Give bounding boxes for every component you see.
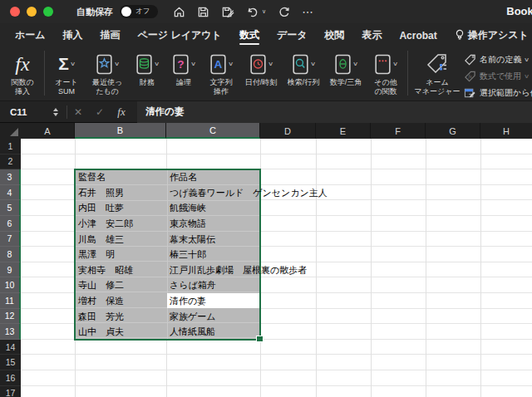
text-functions-button[interactable]: A ∨ 文字列 操作 xyxy=(202,47,240,96)
use-in-formula-button[interactable]: fx 数式で使用 ∨ xyxy=(464,70,532,82)
row-header-9[interactable]: 9 xyxy=(0,262,21,278)
row-header-14[interactable]: 14 xyxy=(0,340,21,355)
row-header-17[interactable]: 17 xyxy=(0,386,21,397)
column-header-h[interactable]: H xyxy=(480,123,532,139)
cell-c7[interactable]: 幕末太陽伝 xyxy=(170,232,215,248)
select-all-corner[interactable] xyxy=(0,123,21,139)
cancel-button[interactable]: ✕ xyxy=(67,106,89,118)
enter-button[interactable]: ✓ xyxy=(89,106,111,118)
cell-c6[interactable]: 東京物語 xyxy=(170,216,206,232)
column-header-b[interactable]: B xyxy=(75,123,166,139)
name-box[interactable]: C11 xyxy=(0,107,53,117)
row-header-5[interactable]: 5 xyxy=(0,200,21,216)
undo-dropdown-chevron[interactable]: ∨ xyxy=(262,8,266,15)
column-header-e[interactable]: E xyxy=(316,123,371,139)
cell-b4[interactable]: 石井 照男 xyxy=(78,185,124,201)
row-header-6[interactable]: 6 xyxy=(0,216,21,232)
row-header-12[interactable]: 12 xyxy=(0,309,21,325)
row-header-15[interactable]: 15 xyxy=(0,355,21,370)
chevron-down-icon: ∨ xyxy=(310,61,316,67)
cell-b6[interactable]: 小津 安二郎 xyxy=(78,216,133,232)
minimize-window-button[interactable] xyxy=(27,7,37,17)
insert-function-button[interactable]: fx 関数の 挿入 xyxy=(3,47,42,96)
row-header-7[interactable]: 7 xyxy=(0,232,21,248)
recently-used-button[interactable]: ∨ 最近使っ たもの xyxy=(86,47,129,96)
column-header-c[interactable]: C xyxy=(166,123,260,139)
group-separator xyxy=(407,51,408,96)
cell-c4[interactable]: つげ義春ワールド ゲンセンカン主人 xyxy=(170,185,328,201)
redo-icon[interactable] xyxy=(278,6,290,18)
save-as-icon[interactable] xyxy=(221,6,234,18)
row-header-column: 1 2 3 4 5 6 7 8 9 10 11 12 13 14 15 16 1… xyxy=(0,139,21,397)
tab-formulas[interactable]: 数式 xyxy=(239,23,259,47)
more-commands-icon[interactable]: ⋯ xyxy=(302,7,314,16)
row-header-3[interactable]: 3 xyxy=(0,169,21,185)
date-time-button[interactable]: ∨ 日付/時刻 xyxy=(240,47,282,87)
row-header-13[interactable]: 13 xyxy=(0,324,21,340)
cell-c13[interactable]: 人情紙風船 xyxy=(170,324,215,340)
cell-c12[interactable]: 家族ゲーム xyxy=(170,309,216,325)
tab-view[interactable]: 表示 xyxy=(362,23,382,47)
cell-c9[interactable]: 江戸川乱歩劇場 屋根裏の散歩者 xyxy=(170,262,307,278)
cell-b3[interactable]: 監督名 xyxy=(78,169,106,185)
create-from-selection-button[interactable]: 選択範囲から作成 xyxy=(464,86,532,99)
tab-acrobat[interactable]: Acrobat xyxy=(399,23,436,47)
tab-assistant-label: 操作アシスト xyxy=(468,28,529,42)
table-row: 森田 芳光 家族ゲーム xyxy=(0,309,532,325)
tab-home[interactable]: ホーム xyxy=(15,23,46,47)
tab-review[interactable]: 校閲 xyxy=(324,23,344,47)
chevron-down-icon: ∨ xyxy=(392,61,398,67)
cell-b7[interactable]: 川島 雄三 xyxy=(78,232,124,248)
row-header-1[interactable]: 1 xyxy=(0,139,21,154)
row-header-11[interactable]: 11 xyxy=(0,293,21,309)
zoom-window-button[interactable] xyxy=(43,7,53,17)
cell-c8[interactable]: 椿三十郎 xyxy=(170,247,206,262)
table-row: 監督名 作品名 xyxy=(0,169,532,185)
tab-page-layout[interactable]: ページ レイアウト xyxy=(138,23,222,47)
row-header-4[interactable]: 4 xyxy=(0,185,21,201)
table-row: 川島 雄三 幕末太陽伝 xyxy=(0,232,532,248)
cell-b9[interactable]: 実相寺 昭雄 xyxy=(78,262,133,278)
svg-text:?: ? xyxy=(177,57,184,70)
math-trig-button[interactable]: ∨ 数学/三角 xyxy=(325,47,367,87)
tab-insert[interactable]: 挿入 xyxy=(63,23,83,47)
row-header-10[interactable]: 10 xyxy=(0,277,21,293)
save-icon[interactable] xyxy=(197,6,209,18)
cell-b5[interactable]: 内田 吐夢 xyxy=(78,200,124,216)
insert-function-fx-button[interactable]: fx xyxy=(111,105,132,119)
tab-draw[interactable]: 描画 xyxy=(101,23,121,47)
cell-b12[interactable]: 森田 芳光 xyxy=(78,309,124,325)
column-header-f[interactable]: F xyxy=(371,123,426,139)
cell-c5[interactable]: 飢餓海峡 xyxy=(170,200,206,216)
define-name-button[interactable]: 名前の定義 ∨ xyxy=(464,53,532,66)
tab-assistant[interactable]: 操作アシスト xyxy=(455,23,529,47)
cell-c3[interactable]: 作品名 xyxy=(170,169,197,185)
column-header-a[interactable]: A xyxy=(21,123,75,139)
row-header-8[interactable]: 8 xyxy=(0,247,21,262)
cell-b10[interactable]: 寺山 修二 xyxy=(78,277,124,293)
close-window-button[interactable] xyxy=(10,7,20,17)
home-icon[interactable] xyxy=(173,6,185,18)
column-header-g[interactable]: G xyxy=(426,123,480,139)
undo-icon[interactable]: ∨ xyxy=(246,6,266,18)
row-header-2[interactable]: 2 xyxy=(0,154,21,170)
financial-button[interactable]: ∨ 財務 xyxy=(129,47,165,87)
autosum-button[interactable]: Σ∨ オート SUM xyxy=(47,47,86,96)
row-header-16[interactable]: 16 xyxy=(0,370,21,386)
cell-c10[interactable]: さらば箱舟 xyxy=(170,277,216,293)
logical-button[interactable]: ? ∨ 論理 xyxy=(165,47,202,87)
more-functions-button[interactable]: ∨ その他 の関数 xyxy=(367,47,405,96)
name-box-spinner[interactable] xyxy=(53,108,58,116)
column-header-d[interactable]: D xyxy=(260,123,316,139)
name-manager-button[interactable]: ネーム マネージャー xyxy=(411,47,464,96)
formula-input[interactable]: 清作の妻 xyxy=(137,101,532,123)
cell-b8[interactable]: 黒澤 明 xyxy=(78,247,115,262)
tab-data[interactable]: データ xyxy=(277,23,308,47)
cell-c11[interactable]: 清作の妻 xyxy=(170,293,206,309)
lookup-reference-button[interactable]: ∨ 検索/行列 xyxy=(282,47,325,87)
autosave-toggle[interactable]: オフ xyxy=(120,5,158,18)
use-in-formula-tag-icon: fx xyxy=(464,71,476,82)
text-book-a-icon: A xyxy=(209,54,227,75)
cell-b13[interactable]: 山中 貞夫 xyxy=(78,324,124,340)
cell-b11[interactable]: 増村 保造 xyxy=(78,293,124,309)
